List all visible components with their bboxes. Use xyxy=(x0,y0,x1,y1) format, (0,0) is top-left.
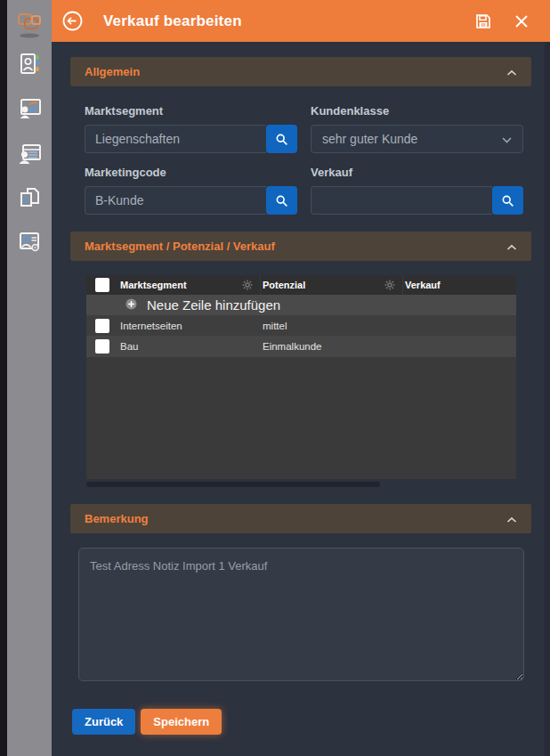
column-header-potenzial[interactable]: Potenzial xyxy=(261,280,384,290)
chevron-up-icon[interactable] xyxy=(506,511,517,527)
horizontal-scrollbar-thumb[interactable] xyxy=(86,482,380,487)
main-panel: Verkauf bearbeiten xyxy=(52,0,550,756)
table-row[interactable]: Bau Einmalkunde xyxy=(86,336,516,357)
field-verkauf: Verkauf xyxy=(311,166,523,215)
section-title: Marktsegment / Potenzial / Verkauf xyxy=(85,240,506,253)
cell-potenzial[interactable]: Einmalkunde xyxy=(261,341,321,352)
person-statistics-icon[interactable] xyxy=(17,96,42,121)
add-row-label[interactable]: Neue Zeile hinzufügen xyxy=(147,297,280,313)
section-title: Bemerkung xyxy=(85,512,506,525)
back-button[interactable] xyxy=(62,11,83,31)
documents-icon[interactable] xyxy=(17,185,42,210)
bemerkung-textarea[interactable]: Test Adress Notiz Import 1 Verkauf xyxy=(78,548,524,681)
column-header-marktsegment[interactable]: Marktsegment xyxy=(118,280,242,290)
chevron-up-icon[interactable] xyxy=(506,239,517,255)
column-gear-icon[interactable] xyxy=(242,280,253,290)
marketingcode-search-button[interactable] xyxy=(266,186,297,215)
row-checkbox[interactable] xyxy=(95,319,109,333)
table-row[interactable]: Internetseiten mittel xyxy=(86,315,516,336)
verkauf-input[interactable] xyxy=(311,186,492,215)
verkauf-label: Verkauf xyxy=(311,166,523,179)
page-title: Verkauf bearbeiten xyxy=(103,12,242,30)
app-logo-icon xyxy=(12,7,47,43)
add-row[interactable]: Neue Zeile hinzufügen xyxy=(86,295,516,315)
column-gear-icon[interactable] xyxy=(384,280,395,290)
marktsegment-search-button[interactable] xyxy=(266,125,297,153)
close-icon[interactable] xyxy=(514,14,529,28)
field-marketingcode: Marketingcode xyxy=(85,166,297,215)
chevron-down-icon xyxy=(502,132,512,146)
field-marktsegment: Marktsegment xyxy=(85,104,297,153)
marketingcode-input[interactable] xyxy=(85,186,266,215)
section-title: Allgemein xyxy=(85,65,506,78)
field-kundenklasse: Kundenklasse sehr guter Kunde xyxy=(311,104,523,153)
section-header-bemerkung[interactable]: Bemerkung xyxy=(70,504,531,533)
marktsegment-input[interactable] xyxy=(85,125,266,153)
person-settings-icon[interactable] xyxy=(17,230,42,255)
back-button-footer[interactable]: Zurück xyxy=(72,709,135,735)
horizontal-scrollbar-track[interactable] xyxy=(86,482,516,487)
cell-marktsegment[interactable]: Bau xyxy=(118,341,138,352)
marktsegment-label: Marktsegment xyxy=(85,104,297,118)
kundenklasse-select[interactable]: sehr guter Kunde xyxy=(311,125,523,153)
form-content: Allgemein Marktsegment xyxy=(52,42,550,735)
kundenklasse-selected-value: sehr guter Kunde xyxy=(322,132,502,146)
save-icon[interactable] xyxy=(475,13,491,29)
header-bar: Verkauf bearbeiten xyxy=(52,0,550,42)
marketingcode-label: Marketingcode xyxy=(85,166,297,179)
allgemein-fields: Marktsegment Kundenklasse xyxy=(85,104,517,215)
footer-actions: Zurück Speichern xyxy=(72,709,531,735)
save-button[interactable]: Speichern xyxy=(141,709,222,735)
cell-potenzial[interactable]: mittel xyxy=(261,321,287,331)
contact-card-icon[interactable] xyxy=(17,52,42,77)
table-header-row: Marktsegment xyxy=(86,275,516,295)
matrix-table: Marktsegment xyxy=(86,275,516,479)
vertical-scrollbar-track[interactable] xyxy=(545,42,550,756)
row-checkbox[interactable] xyxy=(95,339,109,354)
column-header-verkauf[interactable]: Verkauf xyxy=(403,280,516,290)
sidebar-nav xyxy=(17,52,42,255)
left-edge-strip xyxy=(0,0,7,756)
section-header-allgemein[interactable]: Allgemein xyxy=(70,57,531,86)
plus-circle-icon[interactable] xyxy=(125,297,137,313)
cell-marktsegment[interactable]: Internetseiten xyxy=(118,321,182,331)
section-header-matrix[interactable]: Marktsegment / Potenzial / Verkauf xyxy=(70,232,531,261)
verkauf-search-button[interactable] xyxy=(492,186,523,215)
sidebar xyxy=(7,0,52,756)
app-window: Verkauf bearbeiten xyxy=(0,0,550,756)
select-all-checkbox[interactable] xyxy=(95,278,109,292)
chevron-up-icon[interactable] xyxy=(506,64,517,80)
kundenklasse-label: Kundenklasse xyxy=(311,104,523,118)
person-calendar-icon[interactable] xyxy=(17,141,42,166)
